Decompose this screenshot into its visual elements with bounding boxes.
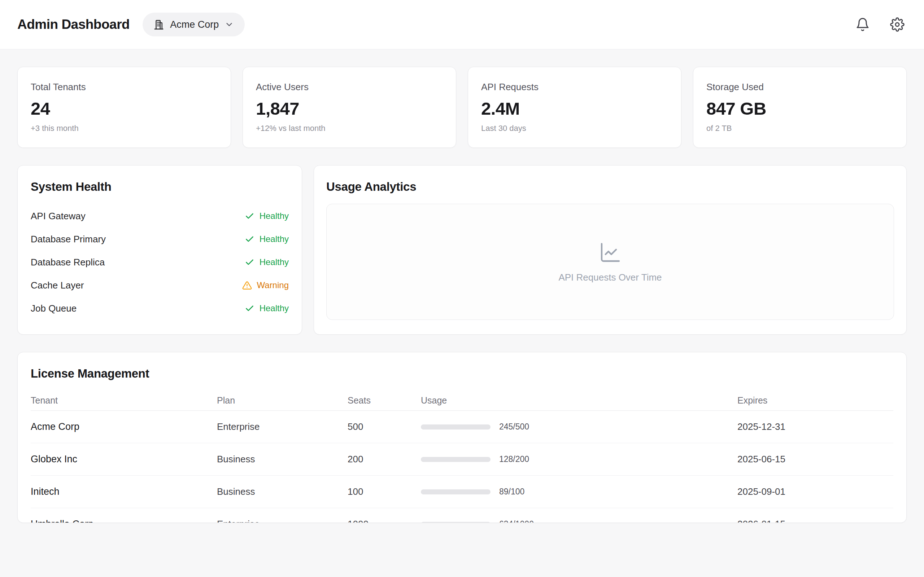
check-icon xyxy=(245,304,254,313)
page-title: Admin Dashboard xyxy=(17,17,129,32)
cell-usage: 634/1000 xyxy=(421,519,737,523)
license-management-card: License Management Tenant Plan Seats Usa… xyxy=(17,352,907,523)
stat-card: Active Users 1,847 +12% vs last month xyxy=(242,67,456,148)
cell-expires: 2025-12-31 xyxy=(737,421,893,432)
mid-row: System Health API Gateway Healthy Databa… xyxy=(17,165,907,335)
license-management-title: License Management xyxy=(31,367,893,380)
column-header-seats: Seats xyxy=(347,395,421,406)
stat-card: Total Tenants 24 +3 this month xyxy=(17,67,231,148)
settings-button[interactable] xyxy=(888,15,907,34)
cell-tenant: Acme Corp xyxy=(31,421,217,432)
cell-plan: Business xyxy=(217,454,347,465)
health-service-name: API Gateway xyxy=(31,211,86,222)
stat-value: 2.4M xyxy=(481,98,668,119)
gear-icon xyxy=(890,17,905,32)
table-row[interactable]: Umbrella Corp Enterprise 1000 634/1000 2… xyxy=(31,508,893,523)
chart-placeholder-text: API Requests Over Time xyxy=(558,272,662,283)
health-row: Cache Layer Warning xyxy=(31,274,289,297)
warning-triangle-icon xyxy=(242,280,252,290)
health-status: Healthy xyxy=(245,303,289,313)
column-header-tenant: Tenant xyxy=(31,395,217,406)
stat-label: API Requests xyxy=(481,82,668,93)
table-row[interactable]: Acme Corp Enterprise 500 245/500 2025-12… xyxy=(31,411,893,443)
health-status: Healthy xyxy=(245,234,289,244)
cell-expires: 2026-01-15 xyxy=(737,519,893,523)
stat-value: 847 GB xyxy=(706,98,893,119)
column-header-plan: Plan xyxy=(217,395,347,406)
cell-tenant: Globex Inc xyxy=(31,454,217,465)
stat-value: 24 xyxy=(31,98,218,119)
building-icon xyxy=(153,19,164,30)
cell-seats: 500 xyxy=(347,421,421,432)
line-chart-icon xyxy=(599,241,622,264)
stat-label: Storage Used xyxy=(706,82,893,93)
health-status: Healthy xyxy=(245,257,289,267)
health-status-text: Warning xyxy=(257,280,289,290)
check-icon xyxy=(245,258,254,267)
cell-seats: 100 xyxy=(347,486,421,497)
check-icon xyxy=(245,234,254,244)
health-row: API Gateway Healthy xyxy=(31,205,289,227)
system-health-card: System Health API Gateway Healthy Databa… xyxy=(17,165,302,335)
stat-sub: Last 30 days xyxy=(481,124,668,133)
usage-label: 89/100 xyxy=(499,487,525,496)
column-header-usage: Usage xyxy=(421,395,737,406)
check-icon xyxy=(245,211,254,221)
system-health-title: System Health xyxy=(31,180,289,193)
table-row[interactable]: Initech Business 100 89/100 2025-09-01 xyxy=(31,475,893,508)
system-health-list: API Gateway Healthy Database Primary xyxy=(31,205,289,320)
chart-placeholder: API Requests Over Time xyxy=(326,204,894,320)
cell-expires: 2025-06-15 xyxy=(737,454,893,465)
usage-label: 245/500 xyxy=(499,422,529,432)
header-actions xyxy=(853,15,907,34)
usage-label: 128/200 xyxy=(499,455,529,464)
cell-plan: Enterprise xyxy=(217,421,347,432)
license-table-header: Tenant Plan Seats Usage Expires xyxy=(31,390,893,411)
cell-usage: 128/200 xyxy=(421,455,737,464)
health-status: Healthy xyxy=(245,211,289,221)
health-status-text: Healthy xyxy=(260,234,289,244)
usage-analytics-card: Usage Analytics API Requests Over Time xyxy=(313,165,907,335)
tenant-selector[interactable]: Acme Corp xyxy=(142,13,245,36)
cell-usage: 89/100 xyxy=(421,487,737,496)
cell-usage: 245/500 xyxy=(421,422,737,432)
cell-plan: Business xyxy=(217,486,347,497)
cell-seats: 200 xyxy=(347,454,421,465)
tenant-selector-label: Acme Corp xyxy=(170,19,219,30)
app-header: Admin Dashboard Acme Corp xyxy=(0,0,924,49)
chevron-down-icon xyxy=(225,20,234,29)
stat-card: API Requests 2.4M Last 30 days xyxy=(468,67,682,148)
health-service-name: Cache Layer xyxy=(31,280,84,291)
usage-progress-track xyxy=(421,457,491,462)
stat-card: Storage Used 847 GB of 2 TB xyxy=(693,67,907,148)
usage-progress-track xyxy=(421,489,491,495)
health-status: Warning xyxy=(242,280,289,290)
usage-progress-track xyxy=(421,424,491,429)
stat-label: Active Users xyxy=(256,82,443,93)
usage-analytics-title: Usage Analytics xyxy=(326,180,894,193)
stats-row: Total Tenants 24 +3 this month Active Us… xyxy=(17,67,907,148)
cell-seats: 1000 xyxy=(347,519,421,523)
health-row: Database Replica Healthy xyxy=(31,251,289,274)
health-service-name: Database Replica xyxy=(31,257,105,268)
stat-sub: +12% vs last month xyxy=(256,124,443,133)
cell-tenant: Initech xyxy=(31,486,217,497)
license-table: Tenant Plan Seats Usage Expires Acme Cor… xyxy=(31,390,893,523)
table-row[interactable]: Globex Inc Business 200 128/200 2025-06-… xyxy=(31,443,893,475)
main-content: Total Tenants 24 +3 this month Active Us… xyxy=(0,49,924,540)
stat-label: Total Tenants xyxy=(31,82,218,93)
health-status-text: Healthy xyxy=(260,303,289,313)
cell-tenant: Umbrella Corp xyxy=(31,519,217,523)
bell-icon xyxy=(855,17,870,32)
usage-label: 634/1000 xyxy=(499,519,534,523)
health-row: Job Queue Healthy xyxy=(31,297,289,320)
stat-sub: +3 this month xyxy=(31,124,218,133)
health-service-name: Database Primary xyxy=(31,234,106,245)
stat-sub: of 2 TB xyxy=(706,124,893,133)
health-service-name: Job Queue xyxy=(31,303,76,314)
health-row: Database Primary Healthy xyxy=(31,227,289,251)
notifications-button[interactable] xyxy=(853,15,872,34)
health-status-text: Healthy xyxy=(260,257,289,267)
usage-progress-track xyxy=(421,522,491,523)
stat-value: 1,847 xyxy=(256,98,443,119)
